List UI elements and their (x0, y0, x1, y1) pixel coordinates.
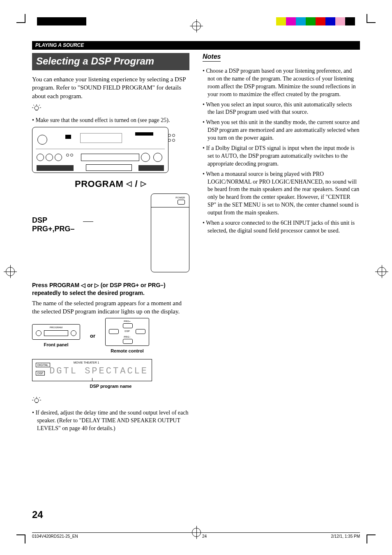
or-label: or (90, 333, 95, 339)
page-title: Selecting a DSP Program (32, 53, 189, 70)
hint-icon (32, 104, 41, 111)
note-item: When a monaural source is being played w… (203, 170, 360, 217)
crop-mark (367, 534, 376, 543)
note-item: When a source connected to the 6CH INPUT… (203, 219, 360, 235)
step-heading: Press PROGRAM ◁ or ▷ (or DSP PRG+ or PRG… (32, 281, 189, 297)
svg-marker-7 (127, 182, 131, 187)
notes-heading: Notes (203, 53, 221, 62)
note-item: When you select an input source, this un… (203, 101, 360, 117)
front-panel-caption: Front panel (32, 342, 80, 347)
note-item: Choose a DSP program based on your liste… (203, 67, 360, 99)
remote-snippet: PRG+ DSP PRG– (105, 318, 149, 346)
note-item: When you set this unit in the standby mo… (203, 119, 360, 142)
svg-line-4 (39, 105, 40, 106)
dsp-prg-label: DSP PRG+,PRG– (32, 216, 75, 234)
callout-line (83, 221, 93, 222)
remote-illustration: POWER (151, 193, 189, 272)
registration-mark (6, 267, 15, 276)
svg-line-12 (33, 397, 34, 398)
hint-icon (32, 397, 41, 403)
footer-timestamp: 2/12/1, 1:35 PM (331, 534, 360, 539)
note-item: If a Dolby Digital or DTS signal is inpu… (203, 145, 360, 168)
crop-mark (16, 14, 25, 23)
color-bar (37, 17, 86, 25)
print-footer: 0104V420RDS21-25_EN 24 2/12/1, 1:35 PM (32, 534, 360, 539)
program-label: PROGRAM / (32, 179, 189, 189)
precheck-text: Make sure that the sound effect is turne… (32, 117, 189, 124)
triangle-right-icon (140, 179, 147, 189)
svg-point-14 (35, 398, 39, 403)
step-body: The name of the selected program appears… (32, 299, 189, 316)
footer-filename: 0104V420RDS21-25_EN (32, 534, 78, 539)
svg-line-13 (39, 397, 40, 398)
receiver-illustration (32, 127, 168, 173)
footer-page: 24 (202, 534, 207, 539)
remote-caption: Remote control (105, 348, 149, 353)
page-number: 24 (32, 509, 43, 520)
display-caption: DSP program name (32, 384, 189, 389)
triangle-left-icon (126, 179, 132, 189)
registration-mark (377, 267, 386, 276)
crop-mark (367, 14, 376, 23)
tip-text: If desired, adjust the delay time and th… (32, 409, 189, 433)
crop-mark (16, 534, 25, 543)
color-bar (276, 17, 355, 25)
front-panel-snippet: PROGRAM (32, 324, 80, 340)
notes-list: Choose a DSP program based on your liste… (203, 67, 360, 235)
svg-marker-8 (141, 182, 146, 187)
svg-line-3 (33, 105, 34, 106)
registration-mark (192, 21, 201, 30)
display-illustration: DIGITAL DSP MOVIE THEATER 1 DGTL SPECTAC… (32, 359, 152, 381)
intro-text: You can enhance your listening experienc… (32, 75, 189, 100)
svg-point-5 (35, 106, 39, 110)
section-header: PLAYING A SOURCE (32, 41, 360, 50)
